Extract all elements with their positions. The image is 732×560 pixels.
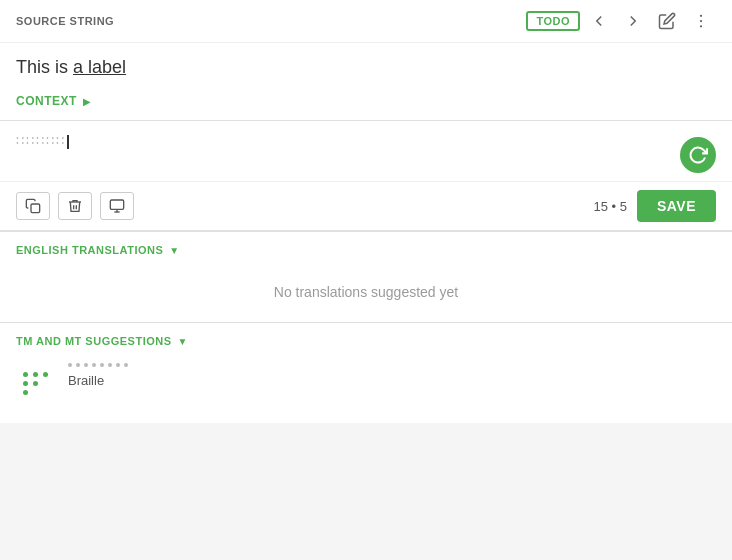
char-count: 15 • 5 <box>593 199 626 214</box>
source-string-label: SOURCE STRING <box>16 15 114 27</box>
copy-format-button[interactable] <box>16 192 50 220</box>
more-button[interactable] <box>686 8 716 34</box>
english-translations-header[interactable]: ENGLISH TRANSLATIONS ▼ <box>16 244 716 256</box>
refresh-button[interactable] <box>680 137 716 173</box>
main-container: SOURCE STRING TODO <box>0 0 732 423</box>
suggestion-icon <box>16 363 56 403</box>
tm-mt-arrow-icon: ▼ <box>178 336 188 347</box>
translation-section: ∷∷∷∷∷ <box>0 121 732 232</box>
translation-placeholder: ∷∷∷∷∷ <box>16 133 716 149</box>
toolbar-left <box>16 192 134 220</box>
delete-button[interactable] <box>58 192 92 220</box>
source-actions: TODO <box>526 8 716 34</box>
source-section: SOURCE STRING TODO <box>0 0 732 121</box>
prev-button[interactable] <box>584 8 614 34</box>
tm-mt-section: TM AND MT SUGGESTIONS ▼ <box>0 323 732 423</box>
next-button[interactable] <box>618 8 648 34</box>
suggestion-name: Braille <box>68 373 129 388</box>
todo-badge[interactable]: TODO <box>526 11 580 31</box>
translation-input-area[interactable]: ∷∷∷∷∷ <box>0 121 732 181</box>
context-label: CONTEXT <box>16 94 77 108</box>
translation-toolbar: 15 • 5 SAVE <box>0 181 732 230</box>
svg-rect-3 <box>31 204 40 213</box>
context-row[interactable]: CONTEXT ▶ <box>0 88 732 120</box>
tm-mt-header[interactable]: TM AND MT SUGGESTIONS ▼ <box>16 335 716 347</box>
source-text-before: This is <box>16 57 73 77</box>
svg-point-1 <box>700 20 702 22</box>
tm-mt-title: TM AND MT SUGGESTIONS <box>16 335 172 347</box>
english-translations-arrow-icon: ▼ <box>169 245 179 256</box>
english-translations-section: ENGLISH TRANSLATIONS ▼ No translations s… <box>0 232 732 323</box>
source-text-link: a label <box>73 57 126 77</box>
svg-point-2 <box>700 25 702 27</box>
english-translations-title: ENGLISH TRANSLATIONS <box>16 244 163 256</box>
placeholder-dots: ∷∷∷∷∷ <box>16 133 66 148</box>
text-cursor <box>67 135 69 149</box>
svg-point-0 <box>700 15 702 17</box>
suggestion-placeholder-dots <box>68 363 129 367</box>
suggestion-dot-grid <box>23 372 49 395</box>
context-arrow-icon: ▶ <box>83 96 91 107</box>
source-header: SOURCE STRING TODO <box>0 0 732 43</box>
svg-rect-4 <box>110 200 123 209</box>
suggestion-content: Braille <box>68 363 129 388</box>
suggestion-item[interactable]: Braille <box>16 355 716 411</box>
toolbar-right: 15 • 5 SAVE <box>593 190 716 222</box>
no-translations-message: No translations suggested yet <box>16 264 716 310</box>
source-text-area: This is a label <box>0 43 732 88</box>
format-button[interactable] <box>100 192 134 220</box>
edit-button[interactable] <box>652 8 682 34</box>
source-text: This is a label <box>16 55 716 80</box>
save-button[interactable]: SAVE <box>637 190 716 222</box>
